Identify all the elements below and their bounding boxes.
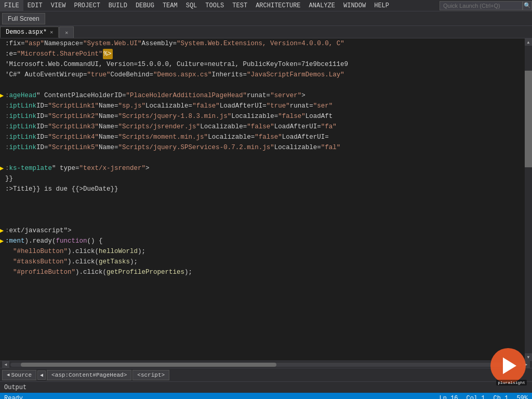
code-line-19: :ext/javascript">	[5, 225, 523, 236]
code-line-23: "#profileButton").click(getProfileProper…	[5, 267, 523, 277]
scroll-thumb[interactable]	[525, 71, 532, 167]
code-line-7: :iptLink ID="ScriptLink1" Name="sp.js" L…	[5, 101, 523, 111]
menu-test[interactable]: TEST	[228, 0, 251, 11]
quick-launch-search-icon[interactable]: 🔍	[523, 1, 532, 10]
toolbar: Full Screen	[0, 11, 532, 26]
fullscreen-label: Full Screen	[8, 15, 39, 22]
h-scroll-thumb[interactable]	[21, 363, 276, 367]
output-bar: Output	[0, 381, 532, 393]
code-line-12	[5, 153, 523, 163]
menu-analyze[interactable]: ANALYZE	[305, 0, 339, 11]
status-right: Ln 16 Col 1 Ch 1 59%	[440, 395, 528, 399]
quick-launch-container: 🔍	[440, 1, 532, 10]
breadcrumb-1-label: <asp:Content#PageHead>	[51, 372, 127, 378]
code-line-21: "#helloButton").click(helloWorld);	[5, 246, 523, 257]
menu-build[interactable]: BUILD	[104, 0, 131, 11]
menu-file[interactable]: FILE	[0, 0, 23, 11]
code-line-8: :iptLink ID="ScriptLink2" Name="Scripts/…	[5, 111, 523, 122]
fullscreen-button[interactable]: Full Screen	[2, 13, 45, 24]
pluralsight-play-icon	[503, 357, 516, 374]
nav-breadcrumb-2[interactable]: <script>	[132, 370, 169, 380]
quick-launch-input[interactable]	[440, 1, 523, 10]
code-line-15: :>Title}} is due {{>DueDate}}	[5, 184, 523, 194]
status-ch: Ch 1	[494, 395, 509, 399]
source-button[interactable]: ◀ Source	[2, 370, 36, 380]
source-label: Source	[11, 372, 32, 378]
menu-tools[interactable]: TOOLS	[201, 0, 228, 11]
code-area[interactable]: :fix="asp" Namespace="System.Web.UI" Ass…	[3, 38, 525, 361]
editor: ▶ ▶ ▶ ▶ :fix="asp" Namespace="System.Web…	[0, 38, 532, 361]
menu-project[interactable]: PROJECT	[70, 0, 104, 11]
code-line-3: 'Microsoft.Web.CommandUI, Version=15.0.0…	[5, 59, 523, 70]
pluralsight-text: pluralsight	[496, 380, 527, 385]
code-line-22: "#tasksButton").click(getTasks);	[5, 257, 523, 267]
status-bar: Ready Ln 16 Col 1 Ch 1 59%	[0, 393, 532, 399]
status-col: Col 1	[467, 395, 485, 399]
code-line-1: :fix="asp" Namespace="System.Web.UI" Ass…	[5, 38, 523, 49]
asp-delimiter: %>	[103, 49, 113, 59]
code-line-4: 'C#" AutoEventWireup="true" CodeBehind="…	[5, 70, 523, 80]
nav-arrow-left: ◀	[7, 372, 9, 378]
code-line-5	[5, 80, 523, 90]
menu-debug[interactable]: DEBUG	[131, 0, 158, 11]
status-pos: 59%	[516, 395, 528, 399]
status-ready: Ready	[4, 395, 23, 399]
code-line-10: :iptLink ID="ScriptLink4" Name="Scripts/…	[5, 132, 523, 142]
code-line-17	[5, 205, 523, 215]
code-line-6: :ageHead" ContentPlaceHolderID="PlaceHol…	[5, 90, 523, 101]
code-line-13: :ks-template" type="text/x-jsrender">	[5, 163, 523, 174]
scroll-left-arrow[interactable]: ◀	[2, 361, 9, 368]
code-line-14: }}	[5, 174, 523, 184]
nav-breadcrumb-1[interactable]: <asp:Content#PageHead>	[47, 370, 131, 380]
code-line-20: :ment).ready(function () {	[5, 236, 523, 246]
scroll-up-arrow[interactable]: ▲	[525, 38, 532, 46]
code-line-2: :e="Microsoft.SharePoint" %>	[5, 49, 523, 59]
nav-arrow-button[interactable]: ◀	[37, 370, 46, 380]
menu-window[interactable]: WINDOW	[339, 0, 370, 11]
menu-help[interactable]: HELP	[370, 0, 393, 11]
tab-second[interactable]: ✕	[59, 26, 74, 38]
menu-architecture[interactable]: ARCHITECTURE	[251, 0, 304, 11]
code-line-11: :iptLink ID="ScriptLink5" Name="Scripts/…	[5, 142, 523, 153]
pluralsight-circle	[490, 348, 526, 383]
menu-edit[interactable]: EDIT	[23, 0, 47, 11]
code-line-18	[5, 215, 523, 225]
breadcrumb-2-label: <script>	[137, 372, 165, 378]
output-label: Output	[4, 384, 26, 391]
menu-sql[interactable]: SQL	[182, 0, 202, 11]
nav-bar: ◀ Source ◀ <asp:Content#PageHead> <scrip…	[0, 368, 532, 381]
tab-demos-aspx[interactable]: Demos.aspx* ✕	[0, 26, 59, 38]
horizontal-scrollbar[interactable]: ◀ ▶	[0, 361, 532, 368]
tab-label: Demos.aspx*	[6, 29, 47, 36]
h-scroll-track[interactable]	[10, 363, 522, 367]
vertical-scrollbar[interactable]: ▲ ▼	[525, 38, 532, 361]
menu-view[interactable]: VIEW	[47, 0, 70, 11]
menu-bar: FILE EDIT VIEW PROJECT BUILD DEBUG TEAM …	[0, 0, 532, 11]
code-line-16	[5, 194, 523, 205]
tab-bar: Demos.aspx* ✕ ✕	[0, 26, 532, 38]
menu-team[interactable]: TEAM	[158, 0, 182, 11]
code-line-9: :iptLink ID="ScriptLink3" Name="Scripts/…	[5, 122, 523, 132]
status-ln: Ln 16	[440, 395, 458, 399]
tab-close-icon[interactable]: ✕	[50, 29, 53, 35]
pluralsight-logo: pluralsight	[490, 348, 527, 384]
tab-close-icon-2[interactable]: ✕	[65, 30, 68, 36]
